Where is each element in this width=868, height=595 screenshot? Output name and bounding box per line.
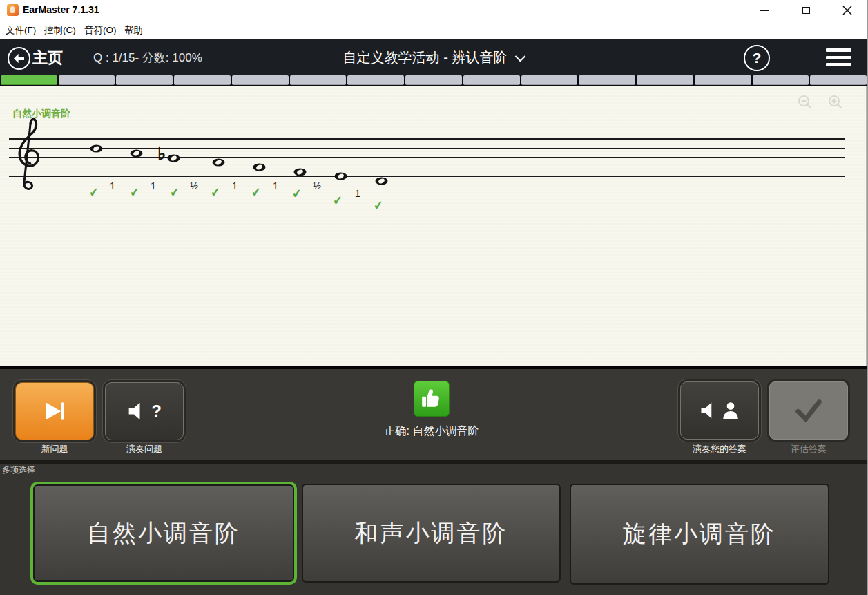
help-button[interactable]: ?	[744, 45, 770, 71]
progress-segment	[116, 75, 173, 85]
whole-note-8	[375, 176, 388, 184]
question-progress-bar	[0, 75, 867, 86]
multiple-choice-label: 多项选择	[2, 464, 35, 476]
new-question-button[interactable]	[15, 382, 94, 440]
interval-label: ½	[309, 180, 325, 191]
evaluate-answer-button	[769, 381, 848, 440]
correct-check-icon: ✔	[371, 198, 387, 214]
correct-check-icon: ✔	[167, 185, 183, 201]
whole-note-5	[253, 162, 266, 170]
whole-note-1	[90, 143, 103, 151]
correct-check-icon: ✔	[127, 185, 143, 201]
correct-check-icon: ✔	[330, 193, 346, 209]
progress-segment	[347, 75, 404, 85]
progress-segment	[463, 75, 520, 85]
correct-check-icon: ✔	[86, 185, 102, 201]
progress-segment	[290, 75, 347, 85]
answer-option-melodic-minor[interactable]: 旋律小调音阶	[570, 484, 829, 585]
notation-area: 自然小调音阶 ♭	[0, 86, 867, 366]
flat-accidental-icon: ♭	[157, 144, 166, 162]
check-icon	[793, 398, 824, 423]
interval-label: 1	[105, 180, 120, 191]
play-your-answer-button[interactable]	[680, 381, 759, 440]
zoom-in-icon[interactable]	[827, 94, 844, 112]
interval-label: 1	[350, 188, 365, 199]
activity-title[interactable]: 自定义教学活动 - 辨认音阶	[0, 48, 867, 67]
new-question-label: 新问题	[15, 443, 94, 455]
menu-file[interactable]: 文件(F)	[6, 24, 36, 37]
staff-line	[9, 167, 845, 168]
menu-bar: 文件(F) 控制(C) 音符(O) 帮助	[0, 21, 867, 39]
progress-segment	[695, 75, 751, 85]
play-question-button[interactable]: ?	[105, 382, 184, 440]
progress-segment	[59, 75, 115, 85]
menu-control[interactable]: 控制(C)	[44, 24, 76, 37]
answer-result-text: 正确: 自然小调音阶	[276, 424, 587, 439]
maximize-icon	[802, 7, 810, 14]
progress-segment	[637, 75, 693, 85]
thumbs-up-icon	[420, 387, 443, 410]
answer-option-harmonic-minor[interactable]: 和声小调音阶	[302, 484, 561, 583]
title-bar: EarMaster 7.1.31	[0, 0, 867, 21]
minimize-icon	[760, 10, 769, 11]
skip-next-icon	[41, 399, 68, 423]
whole-note-2	[130, 148, 143, 156]
whole-note-3	[167, 153, 180, 161]
whole-note-4	[212, 157, 225, 165]
progress-segment	[405, 75, 462, 85]
interval-label: ½	[186, 180, 202, 191]
menu-help[interactable]: 帮助	[124, 24, 143, 37]
person-icon	[722, 401, 740, 420]
help-icon: ?	[753, 50, 762, 66]
question-glyph: ?	[151, 402, 162, 421]
play-your-answer-label: 演奏您的答案	[680, 443, 759, 455]
speaker-icon	[127, 401, 148, 422]
progress-segment-done	[1, 75, 57, 85]
progress-segment	[174, 75, 231, 85]
interval-label: 1	[227, 180, 242, 191]
answer-option-label: 旋律小调音阶	[623, 518, 776, 550]
whole-note-6	[293, 167, 307, 175]
evaluate-answer-label: 评估答案	[769, 443, 848, 455]
maximize-button[interactable]	[790, 0, 822, 21]
answer-section: 多项选择 自然小调音阶 和声小调音阶 旋律小调音阶	[0, 464, 867, 595]
correct-check-icon: ✔	[208, 185, 224, 201]
control-bar: 新问题 ? 演奏问题 正确: 自然小调音阶 演奏您的答案	[0, 369, 867, 460]
close-button[interactable]	[831, 0, 863, 21]
speaker-icon	[700, 401, 719, 420]
answer-option-natural-minor[interactable]: 自然小调音阶	[30, 482, 297, 585]
progress-segment	[521, 75, 578, 85]
interval-label: 1	[268, 180, 283, 191]
answer-option-label: 和声小调音阶	[355, 518, 508, 549]
play-question-label: 演奏问题	[105, 443, 184, 455]
thumbs-up-feedback	[414, 381, 450, 417]
interval-label: 1	[146, 180, 161, 191]
menu-hamburger-button[interactable]	[826, 48, 851, 66]
app-logo-icon	[7, 4, 19, 16]
staff-line	[9, 138, 845, 140]
progress-segment	[810, 75, 867, 85]
staff-line	[9, 176, 845, 177]
zoom-out-icon[interactable]	[797, 94, 813, 112]
correct-check-icon: ✔	[289, 186, 305, 202]
session-header: 主页 Q : 1/15- 分数: 100% 自定义教学活动 - 辨认音阶 ?	[0, 39, 867, 75]
hamburger-icon	[826, 48, 851, 52]
correct-check-icon: ✔	[249, 185, 264, 201]
treble-clef-icon	[14, 115, 41, 198]
earmaster-window: EarMaster 7.1.31 文件(F) 控制(C) 音符(O) 帮助 主页…	[0, 0, 868, 595]
progress-segment	[232, 75, 289, 85]
menu-notes[interactable]: 音符(O)	[84, 24, 117, 37]
activity-title-text: 自定义教学活动 - 辨认音阶	[343, 50, 508, 65]
answer-option-label: 自然小调音阶	[87, 518, 240, 549]
progress-segment	[753, 75, 809, 85]
whole-note-7	[334, 171, 347, 179]
progress-segment	[579, 75, 635, 85]
close-icon	[842, 6, 852, 15]
minimize-button[interactable]	[749, 0, 780, 21]
chevron-down-icon	[515, 51, 526, 62]
window-title: EarMaster 7.1.31	[23, 4, 99, 15]
